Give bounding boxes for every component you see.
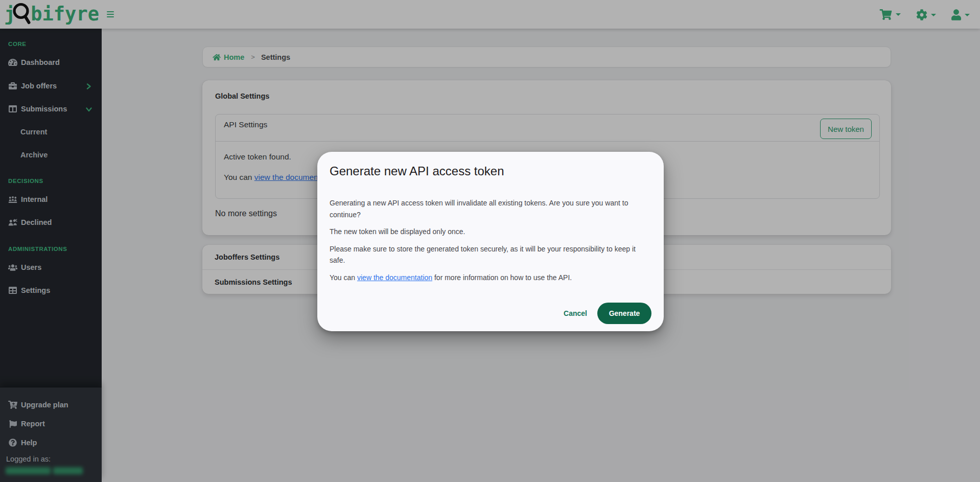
cancel-button[interactable]: Cancel [564, 309, 587, 317]
doc-prefix: You can [330, 273, 357, 282]
dialog-paragraph: Please make sure to store the generated … [330, 243, 651, 266]
dialog-body: Generating a new API access token will i… [330, 197, 651, 283]
generate-button[interactable]: Generate [597, 303, 651, 324]
dialog-paragraph: Generating a new API access token will i… [330, 197, 651, 220]
app-root: j bifyre CORE [0, 0, 980, 482]
dialog-actions: Cancel Generate [564, 303, 651, 324]
doc-suffix: for more information on how to use the A… [432, 273, 572, 282]
view-documentation-link[interactable]: view the documentation [357, 273, 432, 282]
dialog-paragraph: The new token will be displayed only onc… [330, 226, 651, 238]
dialog-paragraph-link: You can view the documentation for more … [330, 272, 651, 284]
dialog-title: Generate new API access token [330, 163, 651, 179]
generate-token-dialog: Generate new API access token Generating… [317, 152, 664, 331]
